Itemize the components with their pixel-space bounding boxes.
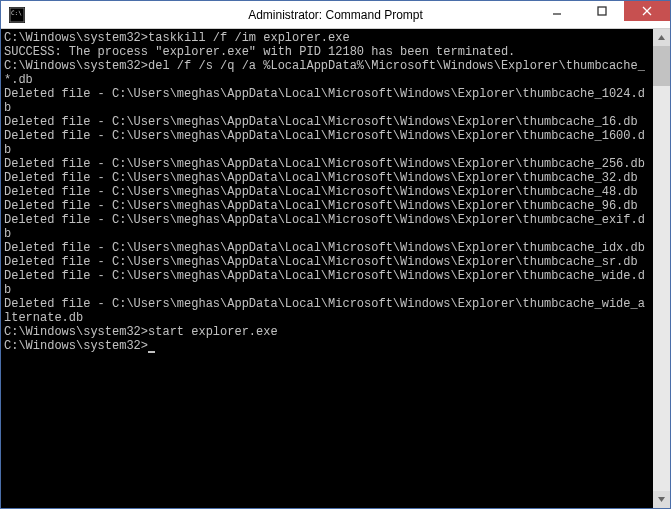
- titlebar[interactable]: C:\ Administrator: Command Prompt: [1, 1, 670, 29]
- chevron-down-icon: [657, 495, 666, 504]
- close-button[interactable]: [624, 1, 670, 21]
- svg-marker-7: [658, 35, 665, 40]
- cmd-icon: C:\: [9, 7, 25, 23]
- chevron-up-icon: [657, 33, 666, 42]
- scroll-up-button[interactable]: [653, 29, 670, 46]
- vertical-scrollbar[interactable]: [653, 29, 670, 508]
- scroll-down-button[interactable]: [653, 491, 670, 508]
- terminal-line: Deleted file - C:\Users\meghas\AppData\L…: [4, 129, 650, 157]
- terminal-line: SUCCESS: The process "explorer.exe" with…: [4, 45, 650, 59]
- scroll-track[interactable]: [653, 46, 670, 491]
- svg-text:C:\: C:\: [11, 9, 22, 16]
- terminal-line: Deleted file - C:\Users\meghas\AppData\L…: [4, 185, 650, 199]
- terminal-line: C:\Windows\system32>taskkill /f /im expl…: [4, 31, 650, 45]
- client-area: C:\Windows\system32>taskkill /f /im expl…: [1, 29, 670, 508]
- svg-rect-4: [598, 7, 606, 15]
- terminal-line: Deleted file - C:\Users\meghas\AppData\L…: [4, 297, 650, 325]
- text-cursor: [148, 351, 155, 353]
- terminal-line: Deleted file - C:\Users\meghas\AppData\L…: [4, 241, 650, 255]
- terminal-line: Deleted file - C:\Users\meghas\AppData\L…: [4, 213, 650, 241]
- scroll-thumb[interactable]: [653, 46, 670, 86]
- window: C:\ Administrator: Command Prompt C:\Win…: [0, 0, 671, 509]
- terminal-line: Deleted file - C:\Users\meghas\AppData\L…: [4, 199, 650, 213]
- terminal-line: Deleted file - C:\Users\meghas\AppData\L…: [4, 269, 650, 297]
- terminal-line: C:\Windows\system32>start explorer.exe: [4, 325, 650, 339]
- terminal-line: Deleted file - C:\Users\meghas\AppData\L…: [4, 157, 650, 171]
- terminal-line: C:\Windows\system32>: [4, 339, 650, 353]
- window-controls: [534, 1, 670, 28]
- terminal-line: Deleted file - C:\Users\meghas\AppData\L…: [4, 115, 650, 129]
- terminal-output[interactable]: C:\Windows\system32>taskkill /f /im expl…: [1, 29, 653, 508]
- terminal-line: Deleted file - C:\Users\meghas\AppData\L…: [4, 255, 650, 269]
- terminal-line: Deleted file - C:\Users\meghas\AppData\L…: [4, 171, 650, 185]
- maximize-button[interactable]: [579, 1, 624, 21]
- terminal-line: Deleted file - C:\Users\meghas\AppData\L…: [4, 87, 650, 115]
- terminal-line: C:\Windows\system32>del /f /s /q /a %Loc…: [4, 59, 650, 87]
- svg-marker-8: [658, 497, 665, 502]
- minimize-button[interactable]: [534, 1, 579, 21]
